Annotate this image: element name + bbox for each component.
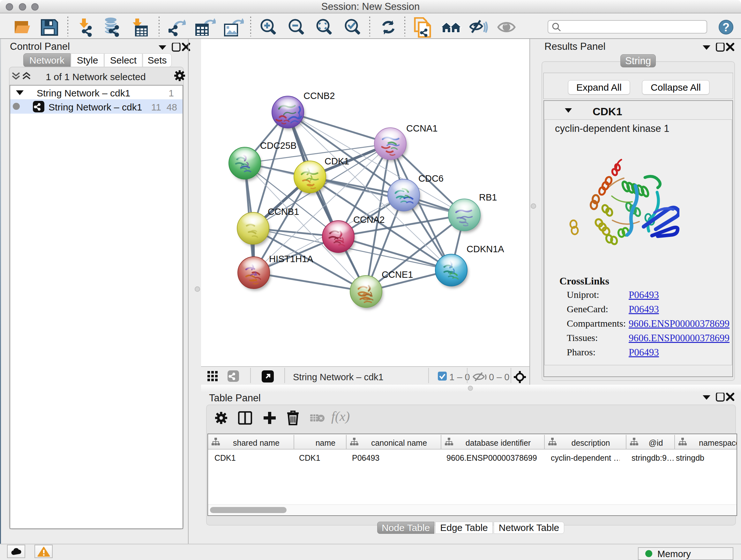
svg-text:CDC6: CDC6: [418, 173, 444, 184]
svg-text:CDK1: CDK1: [325, 156, 349, 166]
svg-text:CDKN1A: CDKN1A: [467, 244, 504, 254]
svg-text:CCNA1: CCNA1: [406, 123, 437, 133]
svg-text:CCNB2: CCNB2: [304, 91, 335, 101]
svg-text:RB1: RB1: [479, 192, 497, 202]
svg-text:CDC25B: CDC25B: [260, 140, 296, 151]
svg-text:CCNA2: CCNA2: [353, 214, 385, 225]
svg-text:CCNB1: CCNB1: [268, 206, 299, 217]
svg-text:CCNE1: CCNE1: [382, 269, 413, 280]
svg-text:HIST1H1A: HIST1H1A: [269, 254, 313, 264]
